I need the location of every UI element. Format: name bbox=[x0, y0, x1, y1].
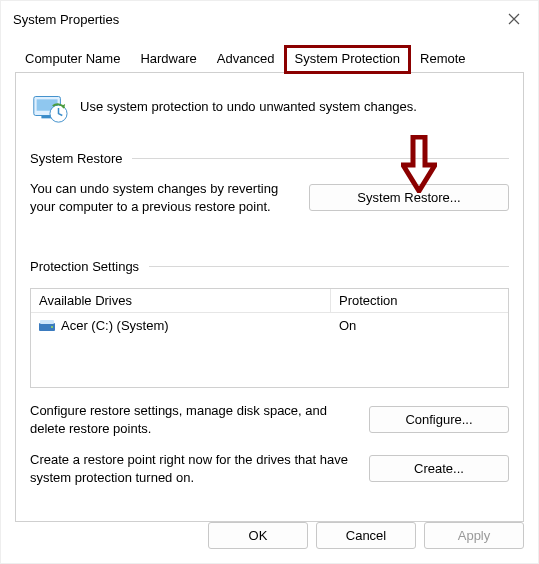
tab-panel-system-protection: Use system protection to undo unwanted s… bbox=[15, 72, 524, 522]
create-button[interactable]: Create... bbox=[369, 455, 509, 482]
disk-icon bbox=[39, 320, 55, 332]
drive-name-cell: Acer (C:) (System) bbox=[31, 313, 331, 338]
ok-button[interactable]: OK bbox=[208, 522, 308, 549]
dialog-footer: OK Cancel Apply bbox=[208, 522, 524, 549]
titlebar: System Properties bbox=[1, 1, 538, 37]
svg-point-6 bbox=[51, 326, 53, 328]
apply-button[interactable]: Apply bbox=[424, 522, 524, 549]
table-row[interactable]: Acer (C:) (System) On bbox=[31, 313, 508, 338]
tab-computer-name[interactable]: Computer Name bbox=[15, 46, 130, 73]
configure-desc: Configure restore settings, manage disk … bbox=[30, 402, 355, 437]
system-restore-heading: System Restore bbox=[30, 151, 122, 166]
close-button[interactable] bbox=[494, 4, 534, 34]
tab-strip: Computer Name Hardware Advanced System P… bbox=[15, 45, 524, 72]
arrow-annotation-icon bbox=[401, 135, 437, 193]
cancel-button[interactable]: Cancel bbox=[316, 522, 416, 549]
system-restore-desc: You can undo system changes by reverting… bbox=[30, 180, 295, 215]
divider bbox=[149, 266, 509, 267]
col-protection[interactable]: Protection bbox=[331, 289, 508, 312]
system-properties-window: System Properties Computer Name Hardware… bbox=[0, 0, 539, 564]
drives-table: Available Drives Protection Acer (C:) (S… bbox=[30, 288, 509, 388]
tab-remote[interactable]: Remote bbox=[410, 46, 476, 73]
system-protection-icon bbox=[30, 87, 68, 125]
divider bbox=[132, 158, 509, 159]
col-available-drives[interactable]: Available Drives bbox=[31, 289, 331, 312]
tab-advanced[interactable]: Advanced bbox=[207, 46, 285, 73]
intro-text: Use system protection to undo unwanted s… bbox=[80, 99, 417, 114]
group-system-restore: System Restore You can undo system chang… bbox=[30, 151, 509, 215]
create-desc: Create a restore point right now for the… bbox=[30, 451, 355, 486]
drives-table-header: Available Drives Protection bbox=[31, 289, 508, 313]
drive-protection-cell: On bbox=[331, 313, 508, 338]
tab-system-protection[interactable]: System Protection bbox=[285, 46, 411, 73]
protection-settings-heading: Protection Settings bbox=[30, 259, 139, 274]
tab-hardware[interactable]: Hardware bbox=[130, 46, 206, 73]
window-title: System Properties bbox=[13, 12, 119, 27]
intro-row: Use system protection to undo unwanted s… bbox=[30, 87, 509, 125]
close-icon bbox=[508, 13, 520, 25]
group-protection-settings: Protection Settings Available Drives Pro… bbox=[30, 259, 509, 486]
svg-rect-5 bbox=[40, 320, 54, 324]
configure-button[interactable]: Configure... bbox=[369, 406, 509, 433]
drive-name: Acer (C:) (System) bbox=[61, 318, 169, 333]
